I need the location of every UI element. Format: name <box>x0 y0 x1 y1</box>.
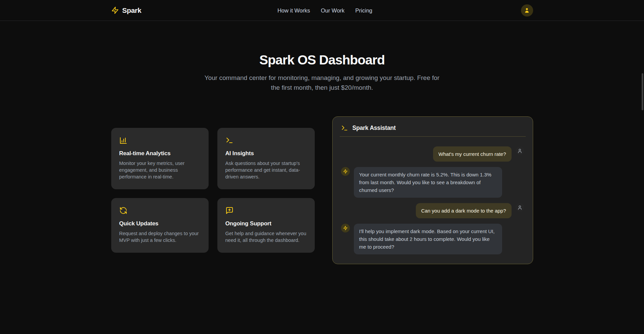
nav-link-pricing[interactable]: Pricing <box>355 7 372 13</box>
feature-title: AI Insights <box>225 150 307 157</box>
navbar: Spark How it Works Our Work Pricing <box>0 0 644 21</box>
assistant-message-bubble: I'll help you implement dark mode. Based… <box>354 224 502 254</box>
nav-link-how-it-works[interactable]: How it Works <box>277 7 310 13</box>
bar-chart-icon <box>119 136 201 144</box>
feature-title: Quick Updates <box>119 220 201 227</box>
nav-links: How it Works Our Work Pricing <box>277 7 372 13</box>
user-avatar <box>516 203 524 212</box>
user-avatar <box>516 146 524 155</box>
chat-message-assistant: I'll help you implement dark mode. Based… <box>341 224 524 254</box>
message-square-plus-icon <box>225 206 307 215</box>
hero-section: Spark OS Dashboard Your command center f… <box>0 53 644 92</box>
feature-description: Monitor your key metrics, user engagemen… <box>119 160 201 180</box>
feature-card-ongoing-support: Ongoing Support Get help and guidance wh… <box>217 198 315 253</box>
feature-card-ai-insights: AI Insights Ask questions about your sta… <box>217 128 315 189</box>
features-grid: Real-time Analytics Monitor your key met… <box>111 128 315 253</box>
spark-assistant-panel: Spark Assistant What's my current churn … <box>332 116 533 264</box>
terminal-icon <box>225 136 307 144</box>
feature-title: Ongoing Support <box>225 220 307 227</box>
hero-subtitle: Your command center for monitoring, mana… <box>204 73 440 92</box>
assistant-avatar-zap-icon <box>341 167 350 176</box>
nav-link-our-work[interactable]: Our Work <box>321 7 344 13</box>
feature-card-quick-updates: Quick Updates Request and deploy changes… <box>111 198 209 253</box>
user-message-bubble: What's my current churn rate? <box>433 146 511 162</box>
user-icon <box>524 7 530 13</box>
page-title: Spark OS Dashboard <box>0 53 644 67</box>
chat-panel-title: Spark Assistant <box>352 124 396 132</box>
assistant-message-bubble: Your current monthly churn rate is 5.2%.… <box>354 167 502 198</box>
assistant-avatar-zap-icon <box>341 224 350 232</box>
feature-description: Ask questions about your startup's perfo… <box>225 160 307 180</box>
profile-avatar-button[interactable] <box>521 4 533 17</box>
terminal-icon <box>341 124 348 132</box>
chat-messages: What's my current churn rate? Your curre… <box>340 146 526 254</box>
features-and-assistant-row: Real-time Analytics Monitor your key met… <box>111 116 533 264</box>
feature-card-real-time-analytics: Real-time Analytics Monitor your key met… <box>111 128 209 189</box>
chat-message-user: What's my current churn rate? <box>341 146 524 162</box>
user-message-bubble: Can you add a dark mode to the app? <box>416 203 512 218</box>
refresh-icon <box>119 206 201 215</box>
feature-description: Request and deploy changes to your MVP w… <box>119 230 201 244</box>
feature-title: Real-time Analytics <box>119 150 201 157</box>
brand-name: Spark <box>122 6 142 15</box>
chat-header: Spark Assistant <box>340 124 526 132</box>
scrollbar-thumb[interactable] <box>642 73 643 110</box>
brand-logo[interactable]: Spark <box>111 6 142 15</box>
chat-message-user: Can you add a dark mode to the app? <box>341 203 524 218</box>
zap-icon <box>111 6 119 14</box>
chat-header-divider <box>340 136 526 137</box>
chat-message-assistant: Your current monthly churn rate is 5.2%.… <box>341 167 524 198</box>
main-content: Spark OS Dashboard Your command center f… <box>0 53 644 264</box>
feature-description: Get help and guidance whenever you need … <box>225 230 307 244</box>
